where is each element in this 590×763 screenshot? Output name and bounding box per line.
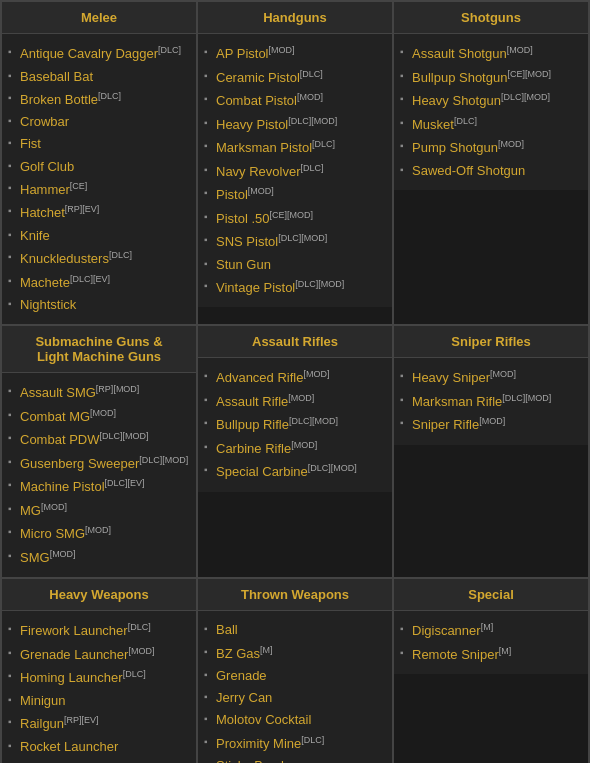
item-link[interactable]: BZ Gas	[216, 646, 260, 661]
item-link[interactable]: Assault SMG	[20, 386, 96, 401]
item-link[interactable]: Fist	[20, 136, 41, 151]
item-link[interactable]: Crowbar	[20, 114, 69, 129]
item-link[interactable]: Nightstick	[20, 297, 76, 312]
item-link[interactable]: Railgun	[20, 716, 64, 731]
item-link[interactable]: Golf Club	[20, 159, 74, 174]
list-sniper: Heavy Sniper[MOD]Marksman Rifle[DLC][MOD…	[398, 366, 582, 437]
badge-ev: [EV]	[93, 274, 110, 284]
item-link[interactable]: Ceramic Pistol	[216, 70, 300, 85]
item-link[interactable]: Digiscanner	[412, 624, 481, 639]
list-item: Grenade	[202, 665, 386, 687]
item-link[interactable]: MG	[20, 503, 41, 518]
item-link[interactable]: Grenade	[216, 668, 267, 683]
badge-rp: [RP]	[65, 204, 83, 214]
list-item: Homing Launcher[DLC]	[6, 666, 190, 690]
badge-mod: [MOD]	[291, 440, 317, 450]
list-item: Musket[DLC]	[398, 113, 582, 137]
list-item: Vintage Pistol[DLC][MOD]	[202, 276, 386, 300]
item-link[interactable]: Grenade Launcher	[20, 647, 128, 662]
item-link[interactable]: Combat MG	[20, 409, 90, 424]
item-link[interactable]: Marksman Pistol	[216, 140, 312, 155]
item-link[interactable]: Stun Gun	[216, 257, 271, 272]
item-link[interactable]: Navy Revolver	[216, 164, 301, 179]
item-link[interactable]: Special Carbine	[216, 465, 308, 480]
item-link[interactable]: AP Pistol	[216, 46, 269, 61]
badge-mod: [MOD]	[311, 116, 337, 126]
badge-dlc: [DLC]	[295, 279, 318, 289]
item-link[interactable]: Baseball Bat	[20, 69, 93, 84]
badge-ev: [EV]	[82, 204, 99, 214]
item-link[interactable]: Machine Pistol	[20, 480, 105, 495]
item-link[interactable]: Remote Sniper	[412, 647, 499, 662]
badge-mod: [MOD]	[85, 525, 111, 535]
badge-dlc: [DLC]	[139, 455, 162, 465]
item-link[interactable]: Sawed-Off Shotgun	[412, 163, 525, 178]
item-link[interactable]: Proximity Mine	[216, 736, 301, 751]
header-heavy: Heavy Weapons	[2, 579, 196, 611]
item-link[interactable]: Hammer	[20, 182, 70, 197]
item-link[interactable]: Bullpup Shotgun	[412, 70, 507, 85]
item-link[interactable]: Combat Pistol	[216, 93, 297, 108]
item-link[interactable]: Rocket Launcher	[20, 739, 118, 754]
item-link[interactable]: Minigun	[20, 693, 66, 708]
cell-smg: Submachine Guns &Light Machine Guns Assa…	[1, 325, 197, 578]
list-item: Pistol .50[CE][MOD]	[202, 207, 386, 231]
badge-ce: [CE]	[507, 69, 525, 79]
item-link[interactable]: Carbine Rifle	[216, 441, 291, 456]
body-smg: Assault SMG[RP][MOD]Combat MG[MOD]Combat…	[2, 373, 196, 577]
item-link[interactable]: Heavy Pistol	[216, 117, 288, 132]
item-link[interactable]: Sticky Bomb	[216, 758, 288, 763]
badge-ce: [CE]	[70, 181, 88, 191]
cell-assault: Assault Rifles Advanced Rifle[MOD]Assaul…	[197, 325, 393, 578]
item-link[interactable]: SMG	[20, 550, 50, 565]
item-link[interactable]: Pistol	[216, 187, 248, 202]
item-link[interactable]: Machete	[20, 275, 70, 290]
list-item: Special Carbine[DLC][MOD]	[202, 460, 386, 484]
list-item: Antique Cavalry Dagger[DLC]	[6, 42, 190, 66]
item-link[interactable]: Knuckledusters	[20, 251, 109, 266]
body-assault: Advanced Rifle[MOD]Assault Rifle[MOD]Bul…	[198, 358, 392, 492]
item-link[interactable]: Advanced Rifle	[216, 371, 303, 386]
list-item: Molotov Cocktail	[202, 709, 386, 731]
item-link[interactable]: SNS Pistol	[216, 234, 278, 249]
item-link[interactable]: Assault Rifle	[216, 394, 288, 409]
item-link[interactable]: Heavy Shotgun	[412, 93, 501, 108]
badge-ev: [EV]	[128, 478, 145, 488]
item-link[interactable]: Knife	[20, 228, 50, 243]
item-link[interactable]: Molotov Cocktail	[216, 712, 311, 727]
list-item: Baseball Bat	[6, 66, 190, 88]
badge-mod: [MOD]	[297, 92, 323, 102]
badge-mod: [MOD]	[303, 369, 329, 379]
item-link[interactable]: Broken Bottle	[20, 92, 98, 107]
badge-dlc: [DLC]	[278, 233, 301, 243]
item-link[interactable]: Combat PDW	[20, 433, 99, 448]
item-link[interactable]: Pump Shotgun	[412, 140, 498, 155]
item-link[interactable]: Jerry Can	[216, 690, 272, 705]
body-handguns: AP Pistol[MOD]Ceramic Pistol[DLC]Combat …	[198, 34, 392, 307]
item-link[interactable]: Micro SMG	[20, 527, 85, 542]
item-link[interactable]: Firework Launcher	[20, 624, 128, 639]
list-item: Heavy Pistol[DLC][MOD]	[202, 113, 386, 137]
item-link[interactable]: Hatchet	[20, 206, 65, 221]
item-link[interactable]: Bullpup Rifle	[216, 418, 289, 433]
list-item: Knuckledusters[DLC]	[6, 247, 190, 271]
weapons-grid: Melee Antique Cavalry Dagger[DLC]Basebal…	[0, 0, 590, 763]
item-link[interactable]: Vintage Pistol	[216, 280, 295, 295]
list-item: BZ Gas[M]	[202, 642, 386, 666]
item-link[interactable]: Musket	[412, 117, 454, 132]
item-link[interactable]: Sniper Rifle	[412, 418, 479, 433]
item-link[interactable]: Antique Cavalry Dagger	[20, 46, 158, 61]
badge-ce: [CE]	[269, 210, 287, 220]
item-link[interactable]: Pistol .50	[216, 211, 269, 226]
badge-mod: [MOD]	[507, 45, 533, 55]
badge-dlc: [DLC]	[501, 92, 524, 102]
badge-dlc: [DLC]	[99, 431, 122, 441]
list-item: Railgun[RP][EV]	[6, 712, 190, 736]
item-link[interactable]: Assault Shotgun	[412, 46, 507, 61]
item-link[interactable]: Heavy Sniper	[412, 371, 490, 386]
badge-dlc: [DLC]	[105, 478, 128, 488]
item-link[interactable]: Gusenberg Sweeper	[20, 456, 139, 471]
item-link[interactable]: Ball	[216, 622, 238, 637]
item-link[interactable]: Homing Launcher	[20, 671, 123, 686]
item-link[interactable]: Marksman Rifle	[412, 394, 502, 409]
